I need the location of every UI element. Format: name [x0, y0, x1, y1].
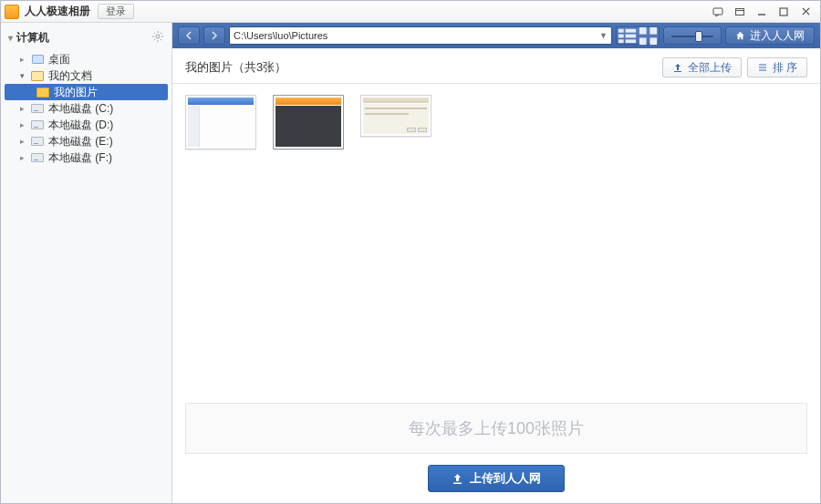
sidebar: ▾ 计算机 ▸ 桌面 ▾ 我的文档 我的图片 ▸ [1, 23, 172, 503]
sidebar-item-label: 桌面 [48, 52, 70, 67]
sidebar-item-drive-f[interactable]: ▸ 本地磁盘 (F:) [1, 149, 171, 166]
dropzone-hint: 每次最多上传100张照片 [409, 417, 584, 439]
svg-rect-4 [780, 8, 787, 15]
sort-icon [757, 62, 768, 73]
sidebar-header: ▾ 计算机 [1, 28, 171, 51]
svg-rect-17 [618, 34, 624, 37]
view-list-button[interactable] [616, 26, 638, 45]
upload-all-button[interactable]: 全部上传 [662, 57, 742, 77]
gear-icon[interactable] [151, 30, 164, 46]
drive-icon [30, 135, 45, 148]
sidebar-item-documents[interactable]: ▾ 我的文档 [1, 67, 171, 84]
thumbnail-item[interactable] [273, 95, 344, 149]
svg-rect-16 [618, 28, 624, 32]
thumbnail-item[interactable] [360, 95, 431, 137]
maximize-button[interactable] [773, 5, 795, 19]
svg-rect-26 [674, 71, 681, 72]
desktop-icon [30, 53, 45, 66]
sidebar-item-label: 本地磁盘 (D:) [48, 118, 113, 133]
view-mode-group [616, 26, 660, 45]
thumbnails-area [172, 84, 820, 394]
sidebar-item-label: 本地磁盘 (F:) [48, 150, 112, 166]
main-pane: C:\Users\luo\Pictures ▼ 进入人人网 我的图片（共3 [172, 23, 820, 503]
upload-button[interactable]: 上传到人人网 [428, 465, 565, 492]
svg-rect-22 [639, 26, 647, 34]
svg-rect-20 [626, 34, 637, 37]
dropzone[interactable]: 每次最多上传100张照片 [185, 403, 807, 454]
folder-icon [30, 69, 45, 82]
sort-label: 排 序 [773, 60, 797, 76]
svg-rect-21 [626, 39, 637, 43]
svg-line-12 [154, 33, 155, 34]
svg-line-13 [161, 39, 161, 40]
content-title: 我的图片（共3张） [185, 59, 286, 76]
sidebar-item-pictures[interactable]: 我的图片 [5, 84, 168, 100]
view-grid-button[interactable] [638, 26, 660, 45]
svg-line-15 [154, 39, 155, 40]
pictures-folder-icon [36, 86, 50, 98]
sidebar-item-desktop[interactable]: ▸ 桌面 [1, 51, 171, 67]
drive-icon [30, 102, 45, 115]
bottom-panel: 每次最多上传100张照片 上传到人人网 [172, 394, 820, 503]
thumbnail-size-slider[interactable] [663, 26, 722, 45]
enter-site-button[interactable]: 进入人人网 [725, 26, 815, 45]
feedback-icon[interactable] [707, 5, 729, 19]
address-dropdown-icon[interactable]: ▼ [599, 31, 608, 40]
enter-site-label: 进入人人网 [750, 28, 805, 44]
upload-icon [672, 62, 683, 73]
sort-button[interactable]: 排 序 [747, 57, 807, 77]
nav-back-button[interactable] [178, 26, 200, 45]
toolbar: C:\Users\luo\Pictures ▼ 进入人人网 [172, 23, 820, 48]
content-header: 我的图片（共3张） 全部上传 排 序 [172, 48, 820, 84]
svg-line-14 [161, 33, 161, 34]
svg-rect-30 [453, 482, 462, 484]
slider-knob[interactable] [695, 31, 702, 42]
address-bar[interactable]: C:\Users\luo\Pictures ▼ [229, 26, 612, 45]
svg-rect-1 [736, 8, 744, 15]
close-button[interactable] [795, 5, 816, 19]
login-button[interactable]: 登录 [98, 4, 134, 19]
svg-rect-25 [650, 37, 657, 45]
sidebar-item-drive-e[interactable]: ▸ 本地磁盘 (E:) [1, 133, 171, 149]
svg-rect-18 [618, 39, 624, 43]
sidebar-item-drive-d[interactable]: ▸ 本地磁盘 (D:) [1, 117, 171, 133]
app-icon [5, 5, 19, 19]
upload-all-label: 全部上传 [688, 60, 732, 76]
svg-rect-19 [626, 28, 637, 32]
svg-rect-23 [650, 26, 657, 34]
upload-button-label: 上传到人人网 [470, 470, 541, 487]
svg-rect-24 [639, 37, 647, 45]
sidebar-item-label: 我的文档 [48, 68, 92, 84]
nav-forward-button[interactable] [203, 26, 225, 45]
drive-icon [30, 118, 45, 131]
sidebar-item-label: 本地磁盘 (E:) [48, 134, 113, 149]
svg-rect-0 [713, 8, 722, 15]
titlebar: 人人极速相册 登录 [1, 1, 820, 23]
minimize-button[interactable] [751, 5, 773, 19]
compact-icon[interactable] [729, 5, 751, 19]
sidebar-item-drive-c[interactable]: ▸ 本地磁盘 (C:) [1, 100, 171, 117]
upload-icon [452, 473, 463, 485]
address-path: C:\Users\luo\Pictures [234, 30, 327, 41]
sidebar-item-label: 我的图片 [54, 85, 98, 100]
sidebar-item-label: 本地磁盘 (C:) [48, 101, 113, 117]
thumbnail-item[interactable] [185, 95, 256, 149]
sidebar-title: 计算机 [16, 30, 49, 46]
app-title: 人人极速相册 [25, 4, 90, 19]
drive-icon [30, 151, 45, 164]
home-icon [735, 31, 745, 40]
svg-point-7 [156, 35, 160, 38]
